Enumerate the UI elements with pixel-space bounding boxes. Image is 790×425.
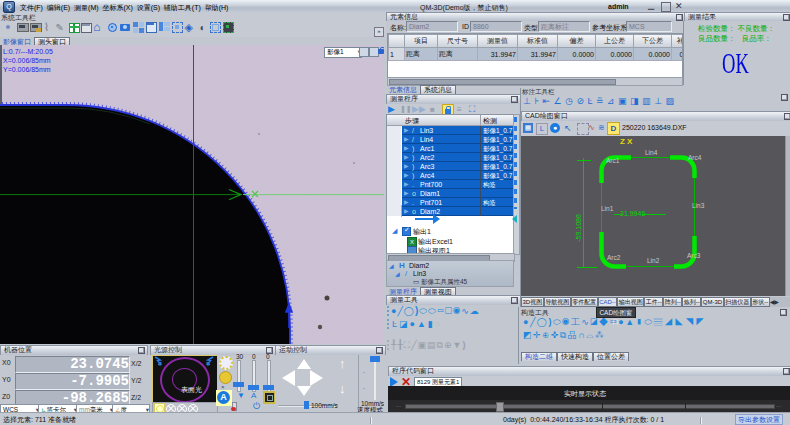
svg-text:Arc1: Arc1 <box>606 157 620 164</box>
svg-text:Lin2: Lin2 <box>647 257 660 264</box>
svg-text:Lin4: Lin4 <box>645 149 658 156</box>
svg-text:Arc3: Arc3 <box>687 252 701 259</box>
svg-text:31.9946: 31.9946 <box>620 210 645 217</box>
svg-text:Arc4: Arc4 <box>688 154 702 161</box>
svg-text:Arc2: Arc2 <box>607 254 621 261</box>
svg-text:Z X: Z X <box>620 137 633 146</box>
svg-text:-59.1086: -59.1086 <box>575 214 582 242</box>
svg-text:Lin1: Lin1 <box>601 205 614 212</box>
svg-text:Lin3: Lin3 <box>692 202 705 209</box>
